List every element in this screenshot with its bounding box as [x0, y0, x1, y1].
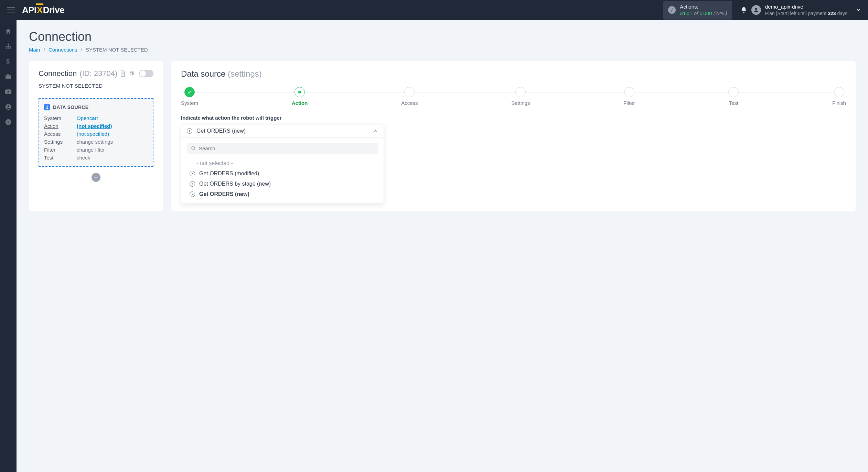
page-title: Connection [29, 30, 856, 44]
step-action[interactable]: Action [292, 87, 308, 106]
stepper: System Action Access Settings [181, 87, 846, 106]
chevron-up-icon [373, 129, 378, 133]
breadcrumb: Main / Connections / SYSTEM NOT SELECTED [29, 47, 856, 53]
actions-pct: (72%) [712, 10, 727, 16]
menu-toggle[interactable] [7, 6, 15, 14]
video-icon[interactable] [4, 88, 12, 96]
actions-of: of [693, 10, 700, 16]
action-dropdown: Get ORDERS (new) - not selected - [181, 124, 384, 203]
actions-current: 3'601 [680, 10, 692, 16]
row-system-value[interactable]: Opencart [77, 115, 148, 121]
search-input[interactable] [199, 145, 374, 151]
step-dot-icon [294, 87, 305, 97]
add-destination-button[interactable]: + [92, 173, 100, 182]
row-action-value[interactable]: (not specified) [77, 123, 148, 129]
side-nav: $ ? [0, 20, 17, 472]
row-settings-label: Settings [44, 139, 77, 145]
bell-icon[interactable] [740, 7, 747, 13]
check-icon [184, 87, 195, 97]
connections-icon[interactable] [4, 43, 12, 50]
logo-api: API [22, 5, 36, 15]
step-settings[interactable]: Settings [511, 87, 530, 106]
breadcrumb-main[interactable]: Main [29, 47, 40, 53]
settings-title: Data source (settings) [181, 69, 846, 79]
play-icon [190, 191, 195, 197]
option-not-selected[interactable]: - not selected - [187, 158, 378, 168]
info-icon: i [668, 6, 676, 14]
row-filter-label: Filter [44, 147, 77, 153]
row-test-value[interactable]: check [77, 155, 148, 161]
dropdown-search[interactable] [187, 143, 378, 154]
username: demo_apix-drive [765, 3, 847, 10]
play-icon [190, 181, 195, 187]
actions-max: 5'000 [699, 10, 712, 16]
plan-info: Plan |Start| left until payment 323 days [765, 10, 847, 17]
conn-title: Connection [39, 69, 77, 78]
svg-rect-1 [8, 44, 9, 45]
gear-icon[interactable] [128, 70, 135, 77]
svg-text:$: $ [6, 58, 10, 65]
svg-rect-2 [6, 47, 7, 48]
step-access[interactable]: Access [401, 87, 418, 106]
logo-x: X [37, 5, 43, 15]
svg-point-0 [755, 8, 757, 10]
row-access-label: Access [44, 131, 77, 137]
help-icon[interactable]: ? [4, 118, 12, 126]
svg-rect-3 [8, 47, 9, 48]
play-icon [190, 171, 195, 176]
play-icon [187, 128, 192, 134]
logo[interactable]: APIXDrive [22, 5, 64, 15]
briefcase-icon[interactable] [4, 73, 12, 80]
breadcrumb-current: SYSTEM NOT SELECTED [86, 47, 148, 53]
user-menu[interactable]: demo_apix-drive Plan |Start| left until … [751, 3, 847, 17]
source-number: 1 [44, 104, 50, 110]
step-system[interactable]: System [181, 87, 198, 106]
step-filter[interactable]: Filter [623, 87, 635, 106]
step-test[interactable]: Test [728, 87, 739, 106]
option-orders-modified[interactable]: Get ORDERS (modified) [187, 168, 378, 179]
dropdown-trigger[interactable]: Get ORDERS (new) [181, 124, 384, 138]
home-icon[interactable] [4, 28, 12, 35]
svg-rect-4 [10, 47, 11, 48]
option-orders-new[interactable]: Get ORDERS (new) [187, 189, 378, 199]
topbar: APIXDrive i Actions: 3'601 of 5'000 (72%… [0, 0, 868, 20]
conn-subtitle: SYSTEM NOT SELECTED [39, 83, 153, 89]
settings-card: Data source (settings) System Action [171, 61, 856, 211]
data-source-box: 1 DATA SOURCE System Opencart Action (no… [39, 98, 153, 167]
billing-icon[interactable]: $ [4, 58, 12, 65]
option-orders-by-stage[interactable]: Get ORDERS by stage (new) [187, 179, 378, 189]
conn-id: (ID: 23704) [79, 69, 117, 78]
connection-card: Connection (ID: 23704) SYSTEM NOT SELECT… [29, 61, 163, 211]
svg-point-11 [192, 146, 195, 150]
row-test-label: Test [44, 155, 77, 161]
logo-drive: Drive [43, 5, 65, 15]
search-icon [191, 146, 196, 151]
source-box-title: DATA SOURCE [53, 105, 88, 110]
action-section-label: Indicate what action the robot will trig… [181, 115, 846, 121]
row-filter-value[interactable]: change filter [77, 147, 148, 153]
actions-label: Actions: [680, 3, 727, 10]
document-icon[interactable] [120, 70, 126, 77]
actions-counter[interactable]: i Actions: 3'601 of 5'000 (72%) [663, 1, 732, 20]
row-settings-value[interactable]: change settings [77, 139, 148, 145]
connection-toggle[interactable] [139, 70, 153, 77]
chevron-down-icon[interactable] [856, 7, 861, 13]
row-system-label: System [44, 115, 77, 121]
breadcrumb-connections[interactable]: Connections [49, 47, 77, 53]
row-action-label[interactable]: Action [44, 123, 77, 129]
dropdown-selected: Get ORDERS (new) [196, 128, 369, 134]
svg-point-8 [8, 105, 9, 107]
avatar-icon [751, 5, 761, 15]
step-finish[interactable]: Finish [832, 87, 846, 106]
user-circle-icon[interactable] [4, 103, 12, 111]
main-content: Connection Main / Connections / SYSTEM N… [17, 20, 868, 472]
row-access-value[interactable]: (not specified) [77, 131, 148, 137]
svg-text:?: ? [7, 120, 10, 124]
